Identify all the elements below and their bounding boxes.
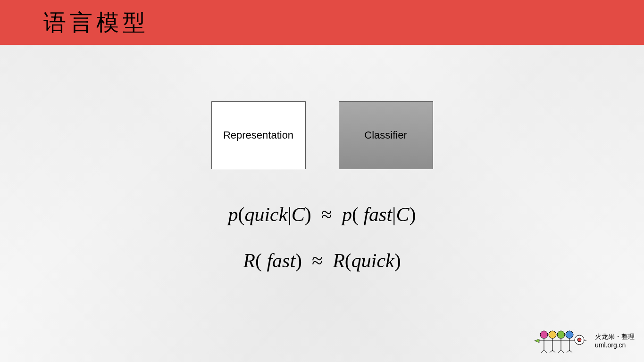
f2-close2: ) <box>394 250 401 272</box>
classifier-label: Classifier <box>364 129 407 141</box>
f1-c1: C <box>292 204 305 225</box>
svg-line-3 <box>541 350 544 353</box>
diagram-boxes: Representation Classifier <box>0 101 644 169</box>
dragonfruit-logo-icon <box>535 329 591 353</box>
title-bar: 语言模型 <box>0 0 644 45</box>
f2-r2: R <box>333 250 345 272</box>
svg-point-18 <box>577 338 581 342</box>
svg-line-15 <box>567 350 569 353</box>
footer-brand: 火龙果・整理 <box>595 332 635 341</box>
f1-arg2: fast <box>363 204 392 225</box>
svg-point-13 <box>566 331 573 338</box>
representation-label: Representation <box>223 129 293 141</box>
svg-point-9 <box>557 331 565 338</box>
svg-marker-19 <box>535 339 539 343</box>
f2-open2: ( <box>345 250 351 272</box>
svg-line-8 <box>552 350 555 353</box>
f2-r1: R <box>243 250 255 272</box>
f1-p1: p <box>228 204 238 225</box>
f2-space1 <box>262 250 267 272</box>
representation-box: Representation <box>211 101 306 169</box>
f1-approx: ≈ <box>321 204 332 225</box>
footer-logo: 火龙果・整理 uml.org.cn <box>535 329 635 353</box>
formula-line-1: p(quick|C) ≈ p( fast|C) <box>0 203 644 226</box>
f1-bar1: | <box>287 204 291 225</box>
f1-arg1: quick <box>244 204 287 225</box>
f1-c2: C <box>396 204 410 225</box>
f2-approx: ≈ <box>312 250 323 272</box>
footer-text: 火龙果・整理 uml.org.cn <box>595 332 635 349</box>
svg-line-12 <box>561 350 564 353</box>
f1-close1: ) <box>305 204 311 225</box>
footer-url: uml.org.cn <box>595 341 635 349</box>
svg-line-11 <box>558 350 561 353</box>
f2-close1: ) <box>295 250 302 272</box>
f2-open1: ( <box>255 250 262 272</box>
f1-p2: p <box>342 204 352 225</box>
svg-line-7 <box>550 350 552 353</box>
slide-title: 语言模型 <box>43 8 149 38</box>
classifier-box: Classifier <box>339 101 433 169</box>
svg-point-1 <box>540 331 548 338</box>
svg-line-16 <box>569 350 572 353</box>
f2-arg2: quick <box>351 250 394 272</box>
f1-open2: ( <box>352 204 359 225</box>
slide: 语言模型 Representation Classifier p(quick|C… <box>0 0 644 362</box>
formulas: p(quick|C) ≈ p( fast|C) R( fast) ≈ R(qui… <box>0 203 644 273</box>
f1-bar2: | <box>392 204 396 225</box>
f1-open1: ( <box>238 204 244 225</box>
svg-line-4 <box>544 350 547 353</box>
f1-space2 <box>359 204 364 225</box>
svg-point-5 <box>549 331 556 338</box>
f1-close2: ) <box>410 204 416 225</box>
formula-line-2: R( fast) ≈ R(quick) <box>0 249 644 272</box>
f2-arg1: fast <box>267 250 295 272</box>
